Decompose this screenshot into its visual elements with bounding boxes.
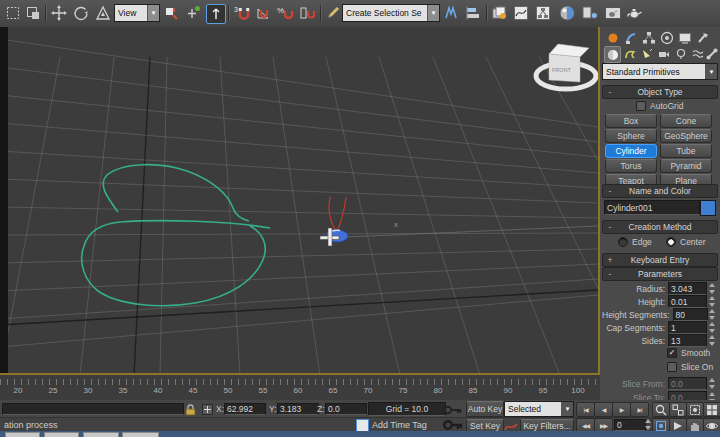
percent-snap-toggle-icon[interactable]: % [276,4,294,22]
current-frame-spinner[interactable] [643,419,652,430]
autogrid-checkbox[interactable] [636,101,646,111]
helpers-category-icon[interactable] [673,46,688,61]
center-radio[interactable] [666,237,676,247]
lights-category-icon[interactable] [639,46,654,61]
primitives-dropdown[interactable]: Standard Primitives ▼ [602,63,718,80]
add-time-tag-label[interactable]: Add Time Tag [372,420,427,430]
pyramid-button[interactable]: Pyramid [660,159,712,173]
render-setup-icon[interactable] [582,4,600,22]
collapse-icon[interactable]: - [603,269,617,279]
taskbar-button[interactable] [5,432,40,437]
viewcube[interactable]: FRONT [536,44,596,89]
rectangular-selection-region-icon[interactable] [4,4,22,22]
display-tab-icon[interactable] [676,29,694,47]
taskbar-button[interactable] [44,432,79,437]
x-coord-field[interactable]: 62.992 [224,403,266,415]
utilities-tab-icon[interactable] [694,29,712,47]
height-segments-field[interactable]: 80 [673,308,708,321]
select-and-manipulate-icon[interactable] [184,4,202,22]
slice-from-field[interactable]: 0.0 [668,377,707,390]
shapes-category-icon[interactable] [622,46,637,61]
height-spinner[interactable] [707,296,716,307]
space-warps-category-icon[interactable] [690,46,705,61]
dropdown-arrow-icon[interactable]: ▼ [427,5,439,21]
zoom-extents-button[interactable] [686,402,704,417]
reference-coordinate-dropdown[interactable]: View ▼ [114,4,160,22]
play-button[interactable]: ▶ [612,402,631,417]
cap-segments-field[interactable]: 1 [668,321,707,334]
select-and-move-icon[interactable] [50,4,68,22]
collapse-icon[interactable]: - [603,87,617,97]
systems-category-icon[interactable] [705,46,719,61]
spinner-snap-toggle-icon[interactable] [298,4,316,22]
taskbar-button[interactable] [83,432,119,437]
dropdown-arrow-icon[interactable]: ▼ [561,402,573,416]
sides-field[interactable]: 13 [668,334,707,347]
geosphere-button[interactable]: GeoSphere [660,129,712,143]
smooth-checkbox[interactable]: ✓ [667,348,677,358]
curve-editor-icon[interactable] [512,4,530,22]
zoom-all-button[interactable] [669,402,687,417]
object-color-swatch[interactable] [700,200,716,216]
geometry-category-icon[interactable] [604,46,621,63]
create-tab-icon[interactable] [604,29,622,47]
maxscript-mini-listener[interactable] [2,403,184,415]
edit-named-selection-sets-icon[interactable] [324,4,342,22]
rendered-frame-window-icon[interactable] [604,4,622,22]
torus-button[interactable]: Torus [605,159,657,173]
radius-field[interactable]: 3.043 [668,282,707,295]
taskbar-button[interactable] [122,432,159,437]
zoom-extents-all-button[interactable] [703,402,720,417]
angle-snap-toggle-icon[interactable] [254,4,272,22]
select-and-rotate-icon[interactable] [72,4,90,22]
cone-button[interactable]: Cone [660,114,712,128]
snap-toggle-3d-icon[interactable]: 3 [232,4,250,22]
track-bar[interactable]: 20 25 30 35 40 45 50 55 60 65 70 75 80 8… [0,375,600,402]
perspective-viewport[interactable]: x [0,27,600,375]
hierarchy-tab-icon[interactable] [640,29,658,47]
parameters-rollout-header[interactable]: - Parameters [602,267,718,281]
material-editor-icon[interactable] [558,4,576,22]
height-segments-spinner[interactable] [708,309,716,320]
render-production-icon[interactable] [626,4,644,22]
cap-segments-spinner[interactable] [707,322,716,333]
slice-on-checkbox[interactable] [667,362,677,372]
expand-icon[interactable]: + [603,255,617,265]
zoom-button[interactable] [652,402,670,417]
dropdown-arrow-icon[interactable]: ▼ [705,64,717,79]
height-field[interactable]: 0.01 [668,295,707,308]
select-and-scale-icon[interactable] [94,4,112,22]
edge-radio[interactable] [618,237,628,247]
modify-tab-icon[interactable] [622,29,640,47]
cylinder-button[interactable]: Cylinder [605,144,657,158]
align-icon[interactable] [464,4,482,22]
current-frame-field[interactable]: 0 [614,419,646,431]
keyboard-entry-rollout-header[interactable]: + Keyboard Entry [602,253,718,267]
window-crossing-icon[interactable] [24,4,42,22]
selection-filter-dropdown[interactable]: Selected ▼ [504,401,574,417]
use-pivot-point-center-icon[interactable] [162,4,180,22]
creation-method-rollout-header[interactable]: - Creation Method [602,220,718,234]
name-color-rollout-header[interactable]: - Name and Color [602,184,718,198]
motion-tab-icon[interactable] [658,29,676,47]
tube-button[interactable]: Tube [660,144,712,158]
z-coord-field[interactable]: 0.0 [325,403,367,415]
sphere-button[interactable]: Sphere [605,129,657,143]
auto-key-button[interactable]: Auto Key [466,401,504,417]
go-to-end-button[interactable]: ▶| [630,402,649,417]
radius-spinner[interactable] [707,283,716,294]
collapse-icon[interactable]: - [603,222,617,232]
layer-manager-icon[interactable] [490,4,508,22]
object-name-field[interactable]: Cylinder001 [604,200,700,215]
keyboard-shortcut-override-toggle[interactable] [206,4,226,24]
previous-frame-button[interactable]: ◀ [594,402,613,417]
object-type-rollout-header[interactable]: - Object Type [602,85,718,99]
collapse-icon[interactable]: - [603,186,617,196]
slice-from-spinner[interactable] [707,378,716,389]
go-to-start-button[interactable]: |◀ [576,402,595,417]
box-button[interactable]: Box [605,114,657,128]
cameras-category-icon[interactable] [656,46,671,61]
sides-spinner[interactable] [707,335,716,346]
named-selection-set-dropdown[interactable]: Create Selection Se ▼ [342,4,440,22]
y-coord-field[interactable]: 3.183 [277,403,319,415]
